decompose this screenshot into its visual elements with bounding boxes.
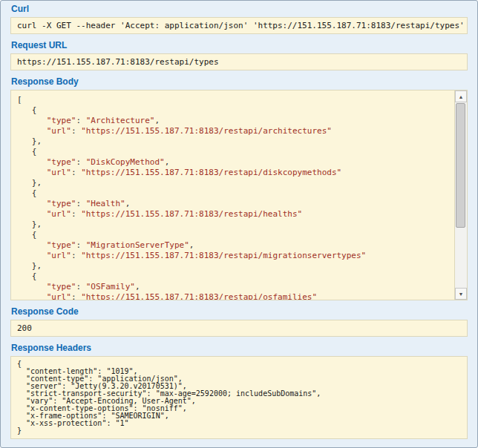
response-body-code: [ { "type": "Architecture", "url": "http… — [11, 90, 454, 300]
response-headers-heading: Response Headers — [11, 343, 468, 353]
request-url-heading: Request URL — [11, 41, 468, 50]
response-body-box[interactable]: [ { "type": "Architecture", "url": "http… — [10, 90, 468, 300]
curl-section: Curl curl -X GET --header 'Accept: appli… — [10, 4, 468, 34]
scrollbar-thumb[interactable] — [456, 103, 465, 228]
scroll-down-button[interactable]: ▼ — [455, 288, 467, 300]
scroll-up-icon: ▲ — [459, 94, 464, 99]
request-url-value: https://151.155.187.71:8183/restapi/type… — [10, 53, 468, 70]
response-code-heading: Response Code — [11, 307, 468, 317]
request-url-section: Request URL https://151.155.187.71:8183/… — [10, 41, 468, 70]
response-code-section: Response Code 200 — [10, 307, 468, 337]
curl-command: curl -X GET --header 'Accept: applicatio… — [10, 17, 468, 34]
scroll-down-icon: ▼ — [459, 291, 464, 297]
response-body-section: Response Body [ { "type": "Architecture"… — [10, 77, 468, 300]
response-body-scrollbar[interactable]: ▲ ▼ — [454, 90, 467, 300]
api-response-panel: Curl curl -X GET --header 'Accept: appli… — [0, 0, 478, 448]
response-headers-section: Response Headers { "content-length": "10… — [10, 343, 468, 439]
response-body-heading: Response Body — [11, 77, 468, 87]
curl-heading: Curl — [11, 4, 468, 14]
response-code-value: 200 — [10, 320, 468, 337]
response-headers-code: { "content-length": "1019", "content-typ… — [10, 356, 468, 439]
scroll-up-button[interactable]: ▲ — [455, 90, 467, 102]
scrollbar-track[interactable] — [455, 102, 467, 288]
